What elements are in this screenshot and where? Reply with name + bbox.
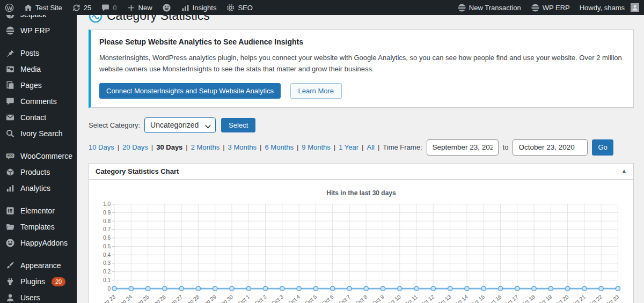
visits-line-chart: 1.00.90.80.70.60.50.40.30.20.10Sep 23Sep… — [97, 200, 626, 303]
seo[interactable]: SEO — [221, 0, 257, 15]
chart-panel-header: Category Statistics Chart ▲ — [89, 164, 633, 180]
svg-text:Oct 6: Oct 6 — [321, 293, 335, 303]
range-link-2-months[interactable]: 2 Months — [191, 143, 219, 151]
update-icon — [72, 3, 81, 12]
sidebar-item-label: Appearance — [20, 261, 61, 270]
new-content[interactable]: New — [122, 0, 157, 15]
range-link-10-days[interactable]: 10 Days — [89, 143, 114, 151]
category-select[interactable]: Uncategorized — [144, 117, 216, 133]
comments-label: 0 — [113, 4, 116, 12]
range-separator: | — [257, 143, 265, 151]
pages-icon — [5, 80, 15, 90]
svg-text:Oct 13: Oct 13 — [436, 293, 452, 303]
range-link-9-months[interactable]: 9 Months — [302, 143, 330, 151]
sidebar-item-jetpack[interactable]: Jetpack — [0, 15, 77, 23]
wp-logo[interactable] — [0, 0, 19, 15]
range-link-20-days[interactable]: 20 Days — [122, 143, 148, 151]
sidebar-item-pages[interactable]: Pages — [0, 77, 77, 93]
sidebar-item-label: Elementor — [20, 206, 55, 215]
insights[interactable]: Insights — [176, 0, 222, 15]
chart-panel-title: Category Statistics Chart — [96, 167, 179, 175]
range-link-all[interactable]: All — [367, 143, 375, 151]
svg-text:0.7: 0.7 — [103, 226, 111, 232]
svg-text:0.6: 0.6 — [103, 235, 111, 241]
sidebar-item-products[interactable]: Products — [0, 164, 77, 180]
my-account[interactable]: Howdy, shams — [575, 0, 644, 15]
sidebar-item-happyaddons[interactable]: HappyAddons — [0, 235, 77, 251]
sidebar-item-elementor[interactable]: Elementor — [0, 203, 77, 219]
sidebar-item-ivory-search[interactable]: Ivory Search — [0, 125, 77, 142]
svg-text:Oct 20: Oct 20 — [553, 293, 570, 303]
wp-erp[interactable]: WP ERP — [526, 0, 575, 15]
svg-text:Sep 24: Sep 24 — [116, 293, 133, 303]
sidebar-item-users[interactable]: Users — [0, 290, 77, 303]
range-link-1-year[interactable]: 1 Year — [339, 143, 358, 151]
sidebar-item-woocommerce[interactable]: WOOWooCommerce — [0, 148, 77, 164]
howdy-label: Howdy, shams — [580, 4, 625, 12]
chart-panel-body: Hits in the last 30 days 1.00.90.80.70.6… — [89, 180, 633, 303]
go-button[interactable]: Go — [592, 139, 613, 156]
svg-text:Sep 30: Sep 30 — [217, 293, 234, 303]
svg-text:Sep 23: Sep 23 — [99, 293, 116, 303]
site-name-label: Test Site — [35, 4, 62, 12]
svg-text:0.1: 0.1 — [103, 277, 111, 283]
plug-icon — [5, 277, 15, 286]
chart-panel: Category Statistics Chart ▲ Hits in the … — [89, 163, 634, 303]
sidebar-item-media[interactable]: Media — [0, 61, 77, 77]
sidebar-item-label: HappyAddons — [20, 239, 68, 247]
svg-text:0.3: 0.3 — [103, 260, 111, 266]
sidebar-separator — [0, 251, 77, 257]
svg-text:Oct 3: Oct 3 — [270, 293, 284, 303]
collapse-toggle-icon[interactable]: ▲ — [621, 168, 627, 174]
smiley-icon — [162, 3, 171, 12]
svg-text:Oct 22: Oct 22 — [587, 293, 604, 303]
date-to-input[interactable] — [513, 139, 588, 156]
folder-icon — [5, 222, 15, 232]
media-icon — [5, 64, 15, 74]
sidebar-item-plugins[interactable]: Plugins20 — [0, 274, 77, 290]
sidebar-item-posts[interactable]: Posts — [0, 45, 77, 61]
sidebar-item-appearance[interactable]: Appearance — [0, 257, 77, 274]
sidebar-item-templates[interactable]: Templates — [0, 219, 77, 235]
admin-bar-left: Test Site250NewInsightsSEO — [0, 0, 258, 15]
date-from-input[interactable] — [427, 139, 499, 156]
range-row: 10 Days|20 Days|30 Days|2 Months|3 Month… — [89, 139, 634, 156]
erp-icon — [531, 3, 540, 12]
select-button[interactable]: Select — [221, 118, 255, 132]
range-link-6-months[interactable]: 6 Months — [265, 143, 293, 151]
woo-icon: WOO — [5, 151, 15, 161]
comment-icon — [101, 3, 110, 12]
svg-text:Oct 12: Oct 12 — [419, 293, 436, 303]
range-separator: | — [331, 143, 339, 151]
new-transaction[interactable]: New Transaction — [452, 0, 526, 15]
range-link-3-months[interactable]: 3 Months — [228, 143, 257, 151]
analytics-setup-notice: Please Setup Website Analytics to See Au… — [89, 29, 634, 108]
comment-icon — [5, 97, 15, 106]
site-name[interactable]: Test Site — [19, 0, 67, 15]
happyaddons[interactable] — [157, 0, 176, 15]
sidebar-item-label: Media — [20, 65, 41, 73]
sidebar-item-contact[interactable]: Contact — [0, 109, 77, 125]
svg-text:0.8: 0.8 — [103, 218, 111, 224]
connect-monsterinsights-button[interactable]: Connect MonsterInsights and Setup Websit… — [99, 83, 281, 99]
sidebar-item-label: Posts — [20, 49, 39, 57]
svg-text:Oct 1: Oct 1 — [237, 293, 251, 303]
wordpress-icon — [5, 3, 14, 12]
jetpack-icon — [5, 15, 15, 19]
updates[interactable]: 25 — [67, 0, 96, 15]
range-link-30-days[interactable]: 30 Days — [156, 143, 182, 151]
sidebar-separator — [0, 142, 77, 148]
brush-icon — [5, 261, 15, 270]
sidebar-item-comments[interactable]: Comments — [0, 93, 77, 109]
svg-text:Sep 28: Sep 28 — [183, 293, 200, 303]
learn-more-button[interactable]: Learn More — [290, 83, 342, 99]
range-separator: | — [219, 143, 228, 151]
svg-text:Sep 29: Sep 29 — [200, 293, 217, 303]
sidebar-item-label: Jetpack — [20, 15, 46, 19]
comments[interactable]: 0 — [96, 0, 121, 15]
sidebar-item-wp-erp[interactable]: WP ERP — [0, 23, 77, 39]
cube-icon — [5, 167, 15, 177]
sidebar-item-label: Pages — [20, 81, 42, 90]
svg-text:0.4: 0.4 — [103, 252, 111, 257]
sidebar-item-analytics[interactable]: Analytics — [0, 180, 77, 196]
